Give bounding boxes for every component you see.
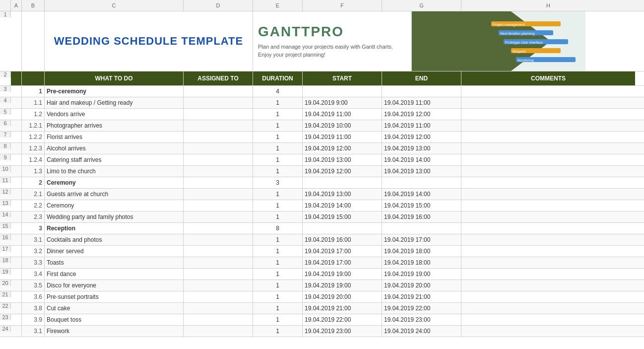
table-row: 9 1.2.4 Catering staff arrives 1 19.04.2… bbox=[0, 154, 644, 166]
cell-5-start: 19.04.2019 11:00 bbox=[303, 109, 382, 120]
row-num-11: 11 bbox=[0, 177, 11, 183]
table-row: 24 3.1 Firework 1 19.04.2019 23:00 19.04… bbox=[0, 326, 644, 337]
cell-18-end: 19.04.2019 18:00 bbox=[382, 257, 461, 268]
cell-21-duration: 1 bbox=[253, 291, 303, 302]
col-header-a: A bbox=[11, 0, 22, 11]
row-num-10: 10 bbox=[0, 166, 11, 172]
cell-6-end: 19.04.2019 11:00 bbox=[382, 120, 461, 131]
cell-19-assigned bbox=[184, 269, 253, 279]
cell-3-b: 1 bbox=[22, 86, 45, 97]
cell-6-start: 19.04.2019 10:00 bbox=[303, 120, 382, 131]
sheet-body: 1 WEDDING SCHEDULE TEMPLATE GANTTPRO Pla… bbox=[0, 11, 644, 337]
cell-9-a bbox=[11, 154, 22, 165]
header-b bbox=[22, 71, 45, 85]
cell-17-assigned bbox=[184, 246, 253, 257]
cell-11-comments bbox=[461, 177, 635, 188]
row-num-12: 12 bbox=[0, 189, 11, 195]
cell-16-b: 3.1 bbox=[22, 234, 45, 245]
cell-13-start: 19.04.2019 14:00 bbox=[303, 200, 382, 211]
cell-16-end: 19.04.2019 17:00 bbox=[382, 234, 461, 245]
table-row: 11 2 Ceremony 3 bbox=[0, 177, 644, 189]
cell-21-b: 3.6 bbox=[22, 291, 45, 302]
cell-4-end: 19.04.2019 11:00 bbox=[382, 97, 461, 108]
ganttpro-subtitle-line2: Enjoy your project planning! bbox=[258, 52, 325, 58]
row-num-3: 3 bbox=[0, 86, 11, 92]
cell-6-comments bbox=[461, 120, 635, 131]
table-row: 5 1.2 Vendors arrive 1 19.04.2019 11:00 … bbox=[0, 109, 644, 120]
cell-8-duration: 1 bbox=[253, 143, 303, 154]
cell-9-assigned bbox=[184, 154, 253, 165]
cell-24-comments bbox=[461, 326, 635, 337]
table-row: 17 3.2 Dinner served 1 19.04.2019 17:00 … bbox=[0, 246, 644, 257]
cell-18-duration: 1 bbox=[253, 257, 303, 268]
cell-22-start: 19.04.2019 21:00 bbox=[303, 303, 382, 314]
gantt-preview: Project management Next iteration planni… bbox=[412, 11, 585, 71]
cell-9-b: 1.2.4 bbox=[22, 154, 45, 165]
cell-22-end: 19.04.2019 22:00 bbox=[382, 303, 461, 314]
cell-24-end: 19.04.2019 24:00 bbox=[382, 326, 461, 337]
cell-8-end: 19.04.2019 13:00 bbox=[382, 143, 461, 154]
row-num-4: 4 bbox=[0, 97, 11, 103]
row-num-2: 2 bbox=[0, 71, 11, 77]
header-start: START bbox=[303, 71, 382, 85]
cell-19-a bbox=[11, 269, 22, 279]
cell-15-assigned bbox=[184, 223, 253, 234]
cell-20-task: Disco for everyone bbox=[45, 280, 184, 291]
column-headers: A B C D E F G H bbox=[0, 0, 644, 11]
cell-5-b: 1.2 bbox=[22, 109, 45, 120]
cell-16-comments bbox=[461, 234, 635, 245]
row-num-7: 7 bbox=[0, 132, 11, 138]
cell-18-a bbox=[11, 257, 22, 268]
cell-17-task: Dinner served bbox=[45, 246, 184, 257]
table-row: 15 3 Reception 8 bbox=[0, 223, 644, 234]
cell-10-start: 19.04.2019 12:00 bbox=[303, 166, 382, 177]
ganttpro-branding: GANTTPRO Plan and manage your projects e… bbox=[253, 11, 412, 71]
cell-24-a bbox=[11, 326, 22, 337]
cell-15-task: Reception bbox=[45, 223, 184, 234]
cell-23-comments bbox=[461, 314, 635, 325]
svg-text:Monitoring: Monitoring bbox=[517, 59, 534, 63]
cell-14-comments bbox=[461, 211, 635, 222]
row-num-14: 14 bbox=[0, 211, 11, 217]
row-num-23: 23 bbox=[0, 314, 11, 320]
cell-18-start: 19.04.2019 17:00 bbox=[303, 257, 382, 268]
cell-7-b: 1.2.2 bbox=[22, 132, 45, 142]
ganttpro-subtitle: Plan and manage your projects easily wit… bbox=[258, 43, 393, 59]
cell-14-start: 19.04.2019 15:00 bbox=[303, 211, 382, 222]
cell-23-task: Bouquet toss bbox=[45, 314, 184, 325]
cell-11-b: 2 bbox=[22, 177, 45, 188]
cell-19-task: First dance bbox=[45, 269, 184, 279]
row-num-5: 5 bbox=[0, 109, 11, 115]
table-row: 8 1.2.3 Alcohol arrives 1 19.04.2019 12:… bbox=[0, 143, 644, 154]
cell-12-a bbox=[11, 189, 22, 200]
cell-18-comments bbox=[461, 257, 635, 268]
cell-22-duration: 1 bbox=[253, 303, 303, 314]
cell-5-duration: 1 bbox=[253, 109, 303, 120]
cell-10-comments bbox=[461, 166, 635, 177]
table-row: 7 1.2.2 Florist arrives 1 19.04.2019 11:… bbox=[0, 132, 644, 143]
cell-5-a bbox=[11, 109, 22, 120]
corner-cell bbox=[0, 0, 11, 11]
table-row: 3 1 Pre-ceremony 4 bbox=[0, 86, 644, 97]
cell-21-start: 19.04.2019 20:00 bbox=[303, 291, 382, 302]
gantt-chart-svg: Project management Next iteration planni… bbox=[412, 11, 585, 71]
cell-10-task: Limo to the church bbox=[45, 166, 184, 177]
cell-17-start: 19.04.2019 17:00 bbox=[303, 246, 382, 257]
cell-10-assigned bbox=[184, 166, 253, 177]
cell-4-assigned bbox=[184, 97, 253, 108]
cell-20-a bbox=[11, 280, 22, 291]
cell-6-b: 1.2.1 bbox=[22, 120, 45, 131]
cell-23-a bbox=[11, 314, 22, 325]
cell-17-a bbox=[11, 246, 22, 257]
cell-3-comments bbox=[461, 86, 635, 97]
cell-17-comments bbox=[461, 246, 635, 257]
cell-1b bbox=[22, 11, 45, 71]
table-row: 20 3.5 Disco for everyone 1 19.04.2019 1… bbox=[0, 280, 644, 291]
cell-4-duration: 1 bbox=[253, 97, 303, 108]
cell-18-assigned bbox=[184, 257, 253, 268]
cell-16-a bbox=[11, 234, 22, 245]
cell-10-end: 19.04.2019 13:00 bbox=[382, 166, 461, 177]
table-row: 16 3.1 Cocktails and photos 1 19.04.2019… bbox=[0, 234, 644, 246]
cell-7-assigned bbox=[184, 132, 253, 142]
cell-7-a bbox=[11, 132, 22, 142]
